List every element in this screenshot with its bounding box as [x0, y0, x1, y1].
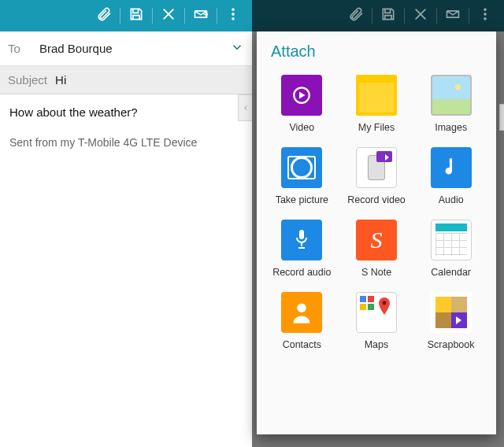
folder-icon: [356, 75, 397, 116]
attach-item-label: Calendar: [431, 267, 471, 278]
send-icon: [445, 6, 461, 25]
svg-point-5: [484, 17, 487, 20]
attach-item-label: Video: [289, 122, 314, 133]
attach-panel: Attach Video My Files Images Take pictur…: [257, 31, 496, 434]
signature-text: Sent from my T-Mobile 4G LTE Device: [9, 136, 243, 149]
more-icon: [225, 6, 241, 25]
svg-rect-10: [368, 296, 374, 302]
attach-item-audio[interactable]: Audio: [413, 147, 488, 205]
subject-value: Hi: [55, 73, 66, 87]
attach-item-record-audio[interactable]: Record audio: [265, 220, 339, 278]
calendar-icon: [431, 220, 472, 260]
svg-rect-12: [368, 304, 374, 310]
attach-item-label: Audio: [439, 194, 464, 205]
svg-rect-11: [360, 304, 366, 310]
attach-item-label: Maps: [365, 339, 389, 350]
send-button[interactable]: [185, 0, 217, 31]
camera-icon: [281, 147, 322, 188]
discard-button[interactable]: [153, 0, 184, 31]
attach-item-label: Record video: [347, 194, 406, 205]
music-note-icon: [431, 147, 472, 188]
attach-item-label: Record audio: [272, 267, 331, 278]
paperclip-icon: [96, 6, 112, 25]
video-icon: [281, 75, 322, 116]
svg-point-4: [484, 13, 487, 16]
collapse-tab[interactable]: [238, 94, 252, 121]
body-text: How about the weather?: [9, 105, 243, 119]
attach-item-maps[interactable]: Maps: [339, 292, 414, 350]
attach-item-label: Images: [435, 122, 467, 133]
svg-point-0: [232, 9, 235, 11]
attach-item-video[interactable]: Video: [265, 75, 339, 133]
maps-icon: [356, 292, 397, 333]
chevron-down-icon: [230, 43, 244, 57]
expand-recipients-button[interactable]: [230, 40, 244, 57]
send-button-dim: [437, 0, 469, 31]
chevron-left-icon: [242, 101, 250, 115]
attach-item-my-files[interactable]: My Files: [339, 75, 414, 133]
attach-item-contacts[interactable]: Contacts: [265, 292, 339, 350]
attach-item-label: S Note: [361, 267, 391, 278]
body-area[interactable]: How about the weather? Sent from my T-Mo…: [0, 94, 252, 160]
attach-item-s-note[interactable]: S S Note: [339, 220, 414, 278]
snote-icon: S: [356, 220, 397, 260]
more-icon: [477, 6, 493, 25]
to-value: Brad Bourque: [39, 42, 230, 55]
scrapbook-icon: [431, 292, 472, 333]
attach-item-record-video[interactable]: Record video: [339, 147, 414, 205]
compose-screen: To Brad Bourque Subject Hi How about the…: [0, 0, 252, 447]
close-icon: [413, 6, 428, 25]
attach-item-label: Contacts: [283, 339, 321, 350]
subject-label: Subject: [8, 73, 47, 87]
toolbar-right-dimmed: [252, 0, 504, 31]
attach-item-label: Take picture: [276, 194, 328, 205]
more-button-dim: [469, 0, 501, 31]
attach-item-take-picture[interactable]: Take picture: [265, 147, 339, 205]
to-field-row[interactable]: To Brad Bourque: [0, 31, 252, 66]
more-button[interactable]: [217, 0, 249, 31]
svg-point-1: [232, 13, 235, 16]
attach-panel-title: Attach: [257, 31, 496, 70]
attach-button[interactable]: [88, 0, 120, 31]
save-button-dim: [372, 0, 404, 31]
svg-point-13: [383, 301, 387, 305]
attach-item-calendar[interactable]: Calendar: [413, 220, 488, 278]
save-icon: [380, 6, 396, 25]
save-draft-button[interactable]: [120, 0, 152, 31]
attach-button-dim: [340, 0, 372, 31]
attach-item-images[interactable]: Images: [413, 75, 488, 133]
svg-rect-9: [360, 296, 366, 302]
paperclip-icon: [348, 6, 364, 25]
to-label: To: [8, 42, 39, 55]
camcorder-icon: [356, 147, 397, 188]
attach-item-label: My Files: [358, 122, 395, 133]
contacts-icon: [281, 292, 322, 333]
attach-item-scrapbook[interactable]: Scrapbook: [413, 292, 488, 350]
images-icon: [431, 75, 472, 116]
svg-point-3: [484, 9, 487, 11]
attach-overlay-screen: Attach Video My Files Images Take pictur…: [252, 0, 504, 447]
toolbar-left: [0, 0, 252, 31]
attach-item-label: Scrapbook: [428, 339, 475, 350]
attach-grid: Video My Files Images Take picture Recor…: [257, 70, 496, 356]
svg-point-8: [298, 303, 307, 312]
svg-point-2: [232, 17, 235, 20]
collapse-tab-dim: [499, 104, 504, 131]
subject-field-row[interactable]: Subject Hi: [0, 66, 252, 94]
save-icon: [128, 6, 144, 25]
send-icon: [193, 6, 209, 25]
microphone-icon: [281, 220, 322, 260]
svg-rect-7: [299, 230, 304, 239]
close-icon: [161, 6, 176, 25]
discard-button-dim: [405, 0, 436, 31]
